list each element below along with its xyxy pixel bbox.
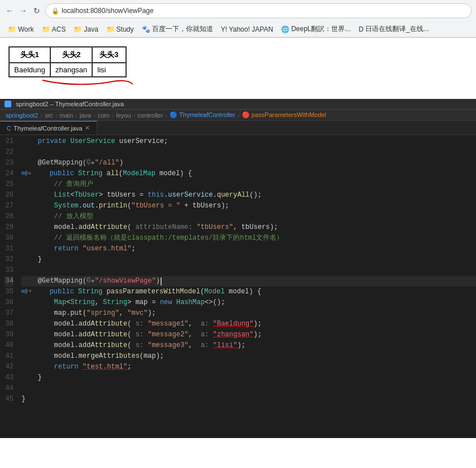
breadcrumb-sep-7: › xyxy=(166,112,168,119)
breadcrumb-sep-2: › xyxy=(55,112,58,119)
back-button[interactable]: ← xyxy=(5,6,15,16)
annotation-underline xyxy=(42,77,133,89)
bookmark-work-label: Work xyxy=(18,25,34,33)
code-line-38: model.addAttribute( s: "message1", a: "B… xyxy=(21,319,476,330)
ide-tab-close[interactable]: ✕ xyxy=(85,124,90,132)
breadcrumb-sep-1: › xyxy=(41,112,43,119)
bookmark-java-icon: 📁 xyxy=(73,25,82,33)
breadcrumb-project[interactable]: springboot2 xyxy=(6,112,38,119)
breadcrumb-sep-5: › xyxy=(112,112,114,119)
bookmark-study-label: Study xyxy=(116,25,134,33)
code-line-43: } xyxy=(21,372,476,383)
browser-nav: ← → ↻ 🔒 localhost:8080/showViewPage xyxy=(0,0,476,21)
code-line-25: // 查询用户 xyxy=(21,179,476,190)
bookmark-baidu-label: 百度一下，你就知道 xyxy=(152,24,213,34)
table-cell-zhangsan: zhangsan xyxy=(50,63,92,77)
page-content: 头头1 头头2 头头3 Baeldung zhangsan lisi xyxy=(0,38,476,99)
breadcrumb-method[interactable]: 🔴 passParametersWithModel xyxy=(242,111,326,119)
code-line-27: System.out.println("tbUsers = " + tbUser… xyxy=(21,201,476,211)
breadcrumb-class[interactable]: 🔵 ThymeleafController xyxy=(170,111,235,119)
code-line-42: return "test.html"; xyxy=(21,362,476,372)
data-table: 头头1 头头2 头头3 Baeldung zhangsan lisi xyxy=(8,46,127,77)
code-line-23: @GetMapping(©★"/all") xyxy=(21,158,476,168)
ide-editor: 2122232425 2627282930 3132333435 3637383… xyxy=(0,135,476,429)
code-line-26: List<TbUser> tbUsers = this.userService.… xyxy=(21,190,476,201)
ide-titlebar-text: springboot2 – ThymeleafController.java xyxy=(16,101,124,107)
code-line-21: private UserService userService; xyxy=(21,136,476,147)
line-numbers: 2122232425 2627282930 3132333435 3637383… xyxy=(0,135,18,429)
bookmark-study-icon: 📁 xyxy=(106,25,115,33)
code-line-34: @GetMapping(©★"/showViewPage") xyxy=(21,276,476,287)
code-area[interactable]: private UserService userService; @GetMap… xyxy=(18,135,476,429)
breadcrumb-sep-6: › xyxy=(133,112,136,119)
bookmark-acs-label: ACS xyxy=(52,25,66,33)
forward-button[interactable]: → xyxy=(18,6,28,16)
code-line-35: ⚙@ ▼ public String passParametersWithMod… xyxy=(21,287,476,297)
ide-container: springboot2 – ThymeleafController.java s… xyxy=(0,99,476,438)
bookmark-niji-icon: D xyxy=(359,25,364,33)
bookmark-deepl[interactable]: 🌐 DeepL翻訳：世界... xyxy=(278,23,354,35)
code-line-37: map.put("spring", "mvc"); xyxy=(21,308,476,319)
bookmark-niji-label: 日语在线翻译_在线... xyxy=(365,24,429,34)
table-header-2: 头头2 xyxy=(50,47,92,63)
ide-tab-label: ThymeleafController.java xyxy=(14,125,83,132)
bookmark-yahoo-icon: Y! xyxy=(221,25,227,33)
bookmark-work[interactable]: 📁 Work xyxy=(5,24,37,34)
url-text: localhost:8080/showViewPage xyxy=(62,7,154,15)
code-line-33 xyxy=(21,265,476,276)
bookmark-java[interactable]: 📁 Java xyxy=(70,24,101,34)
code-line-24: ⚙@ ▶ public String all(ModelMap model) { xyxy=(21,168,476,179)
breadcrumb-leyou: leyou xyxy=(116,112,131,119)
bookmark-baidu[interactable]: 🐾 百度一下，你就知道 xyxy=(139,23,217,35)
breadcrumb-controller: controller xyxy=(137,112,163,119)
bookmark-yahoo-label: Yahoo! JAPAN xyxy=(229,25,273,33)
code-line-39: model.addAttribute( s: "message2", a: "z… xyxy=(21,330,476,340)
table-header-3: 头头3 xyxy=(92,47,126,63)
table-wrapper: 头头1 头头2 头头3 Baeldung zhangsan lisi xyxy=(8,46,127,89)
bookmark-acs[interactable]: 📁 ACS xyxy=(38,24,70,34)
code-line-31: return "users.html"; xyxy=(21,244,476,254)
breadcrumb-sep-3: › xyxy=(75,112,77,119)
ide-tabs: C ThymeleafController.java ✕ xyxy=(0,121,476,135)
bookmark-baidu-icon: 🐾 xyxy=(142,25,150,33)
ide-breadcrumb: springboot2 › src › main › java › com › … xyxy=(0,110,476,121)
code-line-45: } xyxy=(21,394,476,405)
table-cell-lisi: lisi xyxy=(92,63,126,77)
breadcrumb-com: com xyxy=(98,112,110,119)
bookmark-work-icon: 📁 xyxy=(8,25,16,33)
table-cell-baeldung: Baeldung xyxy=(9,63,50,77)
code-line-22 xyxy=(21,147,476,158)
lock-icon: 🔒 xyxy=(51,7,59,15)
code-line-28: // 放入模型 xyxy=(21,211,476,222)
bookmark-acs-icon: 📁 xyxy=(42,25,50,33)
breadcrumb-src: src xyxy=(45,112,53,119)
bookmark-study[interactable]: 📁 Study xyxy=(103,24,137,34)
bookmark-java-label: Java xyxy=(84,25,98,33)
bookmark-yahoo[interactable]: Y! Yahoo! JAPAN xyxy=(218,24,277,34)
bookmarks-bar: 📁 Work 📁 ACS 📁 Java 📁 Study 🐾 百度一下，你就知道 … xyxy=(0,21,476,37)
code-line-30: // 返回模板名称（就是classpath:/templates/目录下的htm… xyxy=(21,233,476,244)
breadcrumb-main: main xyxy=(60,112,73,119)
bookmark-niji[interactable]: D 日语在线翻译_在线... xyxy=(356,23,432,35)
code-line-44 xyxy=(21,383,476,394)
code-line-41: model.mergeAttributes(map); xyxy=(21,351,476,362)
refresh-button[interactable]: ↻ xyxy=(32,6,42,16)
ide-titlebar: springboot2 – ThymeleafController.java xyxy=(0,99,476,110)
code-line-40: model.addAttribute( s: "message3", a: "l… xyxy=(21,340,476,351)
address-bar[interactable]: 🔒 localhost:8080/showViewPage xyxy=(45,3,471,18)
ide-titlebar-icon xyxy=(5,101,11,107)
bookmark-deepl-label: DeepL翻訳：世界... xyxy=(291,24,350,34)
bookmark-deepl-icon: 🌐 xyxy=(281,25,289,33)
breadcrumb-sep-4: › xyxy=(93,112,96,119)
table-row: Baeldung zhangsan lisi xyxy=(9,63,126,77)
breadcrumb-java: java xyxy=(80,112,91,119)
code-line-32: } xyxy=(21,254,476,265)
ide-tab-icon: C xyxy=(7,125,11,132)
breadcrumb-sep-8: › xyxy=(237,112,240,119)
table-header-1: 头头1 xyxy=(9,47,50,63)
code-line-36: Map<String, String> map = new HashMap<>(… xyxy=(21,297,476,308)
browser-chrome: ← → ↻ 🔒 localhost:8080/showViewPage 📁 Wo… xyxy=(0,0,476,38)
ide-tab-controller[interactable]: C ThymeleafController.java ✕ xyxy=(0,121,97,135)
code-line-29: model.addAttribute( attributeName: "tbUs… xyxy=(21,222,476,233)
